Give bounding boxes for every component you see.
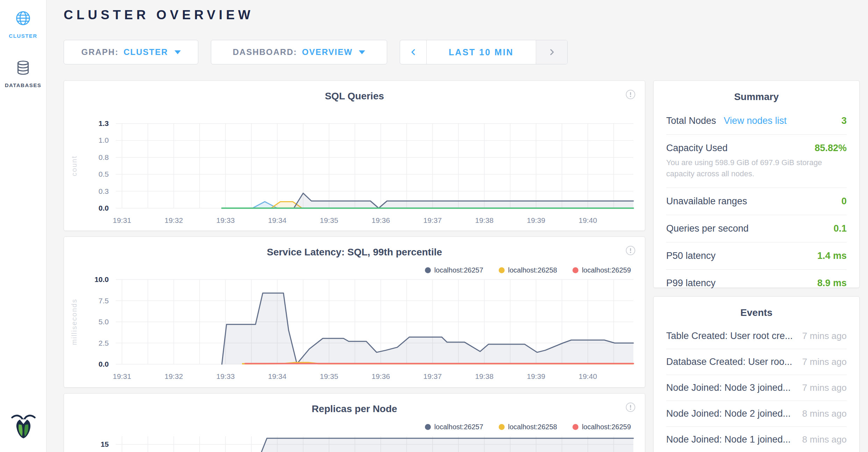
- svg-text:19:34: 19:34: [268, 372, 287, 380]
- summary-value: 1.4 ms: [817, 250, 847, 261]
- svg-text:19:39: 19:39: [527, 372, 546, 380]
- globe-icon: [14, 9, 32, 29]
- svg-text:7.5: 7.5: [99, 297, 109, 305]
- page-title: CLUSTER OVERVIEW: [64, 8, 254, 22]
- svg-text:19:31: 19:31: [113, 216, 131, 224]
- graph-dropdown[interactable]: GRAPH: CLUSTER: [64, 40, 198, 64]
- svg-text:milliseconds: milliseconds: [70, 299, 78, 345]
- sql-queries-card: SQL Queries 1.31.00.80.50.30.019:3119:32…: [64, 80, 645, 231]
- summary-title: Summary: [654, 81, 859, 107]
- svg-text:19:39: 19:39: [527, 216, 546, 224]
- sidebar-item-databases[interactable]: DATABASES: [0, 59, 46, 88]
- sidebar-item-cluster[interactable]: CLUSTER: [0, 9, 46, 39]
- svg-text:2.5: 2.5: [99, 339, 109, 347]
- svg-text:0.5: 0.5: [99, 170, 109, 178]
- svg-text:19:35: 19:35: [320, 216, 339, 224]
- time-range-selector: LAST 10 MIN: [400, 40, 568, 64]
- chevron-down-icon: [359, 50, 365, 54]
- svg-text:19:33: 19:33: [216, 372, 235, 380]
- svg-text:5.0: 5.0: [99, 318, 109, 326]
- event-row: Node Joined: Node 2 joined... 8 mins ago: [666, 401, 847, 427]
- dashboard-dropdown-label: DASHBOARD:: [233, 47, 297, 57]
- database-icon: [14, 59, 32, 78]
- svg-text:19:32: 19:32: [165, 216, 183, 224]
- events-panel: Events Table Created: User root cre... 7…: [653, 296, 860, 452]
- svg-text:count: count: [70, 156, 78, 176]
- dashboard-dropdown-value: OVERVIEW: [302, 47, 353, 57]
- summary-value: 85.82%: [814, 143, 847, 154]
- info-icon[interactable]: [625, 89, 636, 101]
- time-range-next-button[interactable]: [536, 40, 567, 64]
- svg-text:1.3: 1.3: [99, 119, 109, 127]
- graph-dropdown-label: GRAPH:: [81, 47, 119, 57]
- svg-text:0.0: 0.0: [99, 360, 109, 368]
- sidebar-item-label: DATABASES: [5, 82, 42, 88]
- svg-text:19:36: 19:36: [372, 372, 390, 380]
- summary-row-unavailable-ranges: Unavailable ranges 0: [666, 188, 847, 215]
- replicas-per-node-chart[interactable]: 151019:3119:3219:3319:3419:3519:3619:371…: [64, 429, 646, 452]
- svg-text:19:34: 19:34: [268, 216, 287, 224]
- time-range-prev-button[interactable]: [400, 40, 427, 64]
- info-icon[interactable]: [625, 402, 636, 414]
- cockroach-logo[interactable]: [0, 412, 47, 442]
- summary-row-p99: P99 latency 8.9 ms: [666, 270, 847, 297]
- service-latency-chart[interactable]: 10.07.55.02.50.019:3119:3219:3319:3419:3…: [64, 272, 646, 387]
- summary-row-capacity: Capacity Used 85.82% You are using 598.9…: [666, 135, 847, 188]
- svg-text:19:32: 19:32: [165, 372, 183, 380]
- info-icon[interactable]: [625, 245, 636, 257]
- svg-text:1.0: 1.0: [99, 136, 109, 144]
- chevron-down-icon: [175, 50, 181, 54]
- summary-row-p50: P50 latency 1.4 ms: [666, 242, 847, 270]
- event-row: Database Created: User roo... 7 mins ago: [666, 349, 847, 375]
- service-latency-card: Service Latency: SQL, 99th percentile lo…: [64, 236, 645, 388]
- svg-text:19:40: 19:40: [579, 216, 597, 224]
- svg-text:19:37: 19:37: [424, 216, 442, 224]
- svg-text:19:31: 19:31: [113, 372, 131, 380]
- sidebar: CLUSTER DATABASES: [0, 0, 47, 452]
- summary-value: 0: [841, 196, 847, 207]
- svg-text:0.3: 0.3: [99, 187, 109, 195]
- replicas-per-node-card: Replicas per Node localhost:26257 localh…: [64, 393, 645, 452]
- svg-text:15: 15: [101, 440, 109, 448]
- summary-panel: Summary Total Nodes View nodes list 3 Ca…: [653, 80, 860, 288]
- svg-text:0.8: 0.8: [99, 153, 109, 161]
- svg-text:19:33: 19:33: [216, 216, 235, 224]
- svg-text:19:38: 19:38: [475, 216, 494, 224]
- chart-title: SQL Queries: [64, 81, 645, 102]
- events-title: Events: [654, 297, 859, 323]
- controls-bar: GRAPH: CLUSTER DASHBOARD: OVERVIEW LAST …: [64, 40, 568, 64]
- chevron-left-icon: [409, 48, 418, 56]
- event-row: Table Created: User root cre... 7 mins a…: [666, 323, 847, 349]
- svg-text:19:38: 19:38: [475, 372, 494, 380]
- summary-value: 8.9 ms: [817, 278, 847, 289]
- svg-text:0.0: 0.0: [99, 204, 109, 212]
- summary-row-qps: Queries per second 0.1: [666, 215, 847, 242]
- svg-text:19:40: 19:40: [579, 372, 597, 380]
- svg-text:10.0: 10.0: [94, 275, 109, 283]
- summary-value: 0.1: [833, 223, 847, 234]
- svg-text:19:35: 19:35: [320, 372, 339, 380]
- chart-title: Service Latency: SQL, 99th percentile: [64, 237, 645, 258]
- view-nodes-list-link[interactable]: View nodes list: [724, 115, 787, 126]
- graph-dropdown-value: CLUSTER: [123, 47, 168, 57]
- cluster-overview-page: CLUSTER DATABASES CLUSTER OVERVIEW GRAPH…: [0, 0, 868, 452]
- svg-text:19:36: 19:36: [372, 216, 390, 224]
- sidebar-item-label: CLUSTER: [9, 33, 37, 39]
- dashboard-dropdown[interactable]: DASHBOARD: OVERVIEW: [211, 40, 387, 64]
- chevron-right-icon: [548, 48, 556, 56]
- summary-value: 3: [841, 115, 847, 126]
- time-range-value[interactable]: LAST 10 MIN: [427, 40, 536, 64]
- capacity-note: You are using 598.9 GiB of 697.9 GiB sto…: [666, 157, 847, 179]
- chart-title: Replicas per Node: [64, 394, 645, 415]
- sql-queries-chart[interactable]: 1.31.00.80.50.30.019:3119:3219:3319:3419…: [64, 116, 646, 231]
- event-row: Node Joined: Node 1 joined... 8 mins ago: [666, 427, 847, 452]
- svg-text:19:37: 19:37: [424, 372, 442, 380]
- event-row: Node Joined: Node 3 joined... 7 mins ago: [666, 375, 847, 401]
- summary-row-total-nodes: Total Nodes View nodes list 3: [666, 107, 847, 135]
